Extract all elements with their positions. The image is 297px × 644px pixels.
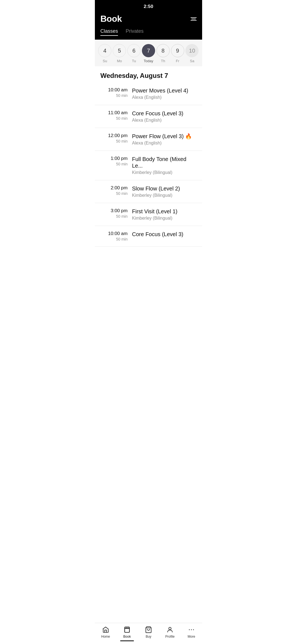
class-item-0[interactable]: 10:00 am 50 min Power Moves (Level 4) Al… bbox=[95, 82, 202, 105]
class-info-5: First Visit (Level 1) Kimberley (Bilingu… bbox=[132, 208, 197, 221]
day-number-7: 7 bbox=[142, 44, 155, 57]
duration-text-4: 50 min bbox=[116, 191, 128, 196]
duration-text-5: 50 min bbox=[116, 214, 128, 219]
duration-text-0: 50 min bbox=[116, 93, 128, 98]
class-info-6: Core Focus (Level 3) bbox=[132, 231, 197, 238]
day-friday[interactable]: 9 Fr bbox=[171, 44, 184, 63]
time-text-4: 2:00 pm bbox=[111, 185, 128, 191]
day-label-th: Th bbox=[161, 59, 165, 63]
day-thursday[interactable]: 8 Th bbox=[156, 44, 170, 63]
class-info-3: Full Body Tone (Mixed Le... Kimberley (B… bbox=[132, 156, 197, 175]
day-tuesday[interactable]: 6 Tu bbox=[127, 44, 141, 63]
status-time: 2:50 bbox=[144, 4, 153, 9]
class-instructor-3: Kimberley (Bilingual) bbox=[132, 170, 197, 175]
class-instructor-0: Alexa (English) bbox=[132, 95, 197, 100]
content-area: Wednesday, August 7 10:00 am 50 min Powe… bbox=[95, 66, 202, 269]
day-monday[interactable]: 5 Mo bbox=[113, 44, 126, 63]
class-time-1: 11:00 am 50 min bbox=[100, 110, 132, 121]
day-sunday[interactable]: 4 Su bbox=[98, 44, 111, 63]
class-item-6[interactable]: 10:00 am 50 min Core Focus (Level 3) bbox=[95, 226, 202, 247]
class-name-6: Core Focus (Level 3) bbox=[132, 231, 197, 238]
class-name-2: Power Flow (Level 3) 🔥 bbox=[132, 133, 197, 140]
filter-button[interactable] bbox=[191, 17, 197, 21]
day-number-6: 6 bbox=[127, 44, 141, 57]
day-label-fr: Fr bbox=[176, 59, 179, 63]
day-label-mo: Mo bbox=[117, 59, 122, 63]
time-text-6: 10:00 am bbox=[108, 231, 128, 236]
day-label-sa: Sa bbox=[190, 59, 194, 63]
header-title: Book bbox=[100, 14, 122, 24]
day-number-9: 9 bbox=[171, 44, 184, 57]
class-time-2: 12:00 pm 50 min bbox=[100, 133, 132, 143]
class-item-1[interactable]: 11:00 am 50 min Core Focus (Level 3) Ale… bbox=[95, 105, 202, 128]
duration-text-3: 50 min bbox=[116, 162, 128, 166]
day-number-5: 5 bbox=[113, 44, 126, 57]
class-time-5: 3:00 pm 50 min bbox=[100, 208, 132, 219]
class-list: 10:00 am 50 min Power Moves (Level 4) Al… bbox=[95, 82, 202, 247]
duration-text-1: 50 min bbox=[116, 116, 128, 121]
day-label-today: Today bbox=[144, 59, 153, 63]
class-time-0: 10:00 am 50 min bbox=[100, 87, 132, 98]
class-name-5: First Visit (Level 1) bbox=[132, 208, 197, 215]
class-instructor-4: Kimberley (Bilingual) bbox=[132, 193, 197, 198]
class-info-2: Power Flow (Level 3) 🔥 Alexa (English) bbox=[132, 133, 197, 146]
duration-text-6: 50 min bbox=[116, 237, 128, 241]
calendar-strip: 4 Su 5 Mo 6 Tu 7 Today 8 Th 9 Fr 10 bbox=[95, 40, 202, 66]
tab-privates[interactable]: Privates bbox=[126, 28, 144, 36]
class-info-4: Slow Flow (Level 2) Kimberley (Bilingual… bbox=[132, 185, 197, 198]
day-label-su: Su bbox=[103, 59, 107, 63]
class-time-4: 2:00 pm 50 min bbox=[100, 185, 132, 196]
class-instructor-2: Alexa (English) bbox=[132, 141, 197, 146]
class-instructor-5: Kimberley (Bilingual) bbox=[132, 216, 197, 221]
time-text-3: 1:00 pm bbox=[111, 156, 128, 161]
class-instructor-1: Alexa (English) bbox=[132, 118, 197, 123]
day-saturday[interactable]: 10 Sa bbox=[185, 44, 199, 63]
class-info-1: Core Focus (Level 3) Alexa (English) bbox=[132, 110, 197, 123]
date-heading: Wednesday, August 7 bbox=[95, 66, 202, 82]
class-name-1: Core Focus (Level 3) bbox=[132, 110, 197, 117]
tab-classes[interactable]: Classes bbox=[100, 28, 118, 36]
class-name-4: Slow Flow (Level 2) bbox=[132, 185, 197, 192]
day-number-10: 10 bbox=[185, 44, 199, 57]
class-info-0: Power Moves (Level 4) Alexa (English) bbox=[132, 87, 197, 100]
class-name-3: Full Body Tone (Mixed Le... bbox=[132, 156, 197, 169]
class-time-3: 1:00 pm 50 min bbox=[100, 156, 132, 166]
tabs-container: Classes Privates bbox=[95, 28, 202, 40]
class-time-6: 10:00 am 50 min bbox=[100, 231, 132, 241]
time-text-2: 12:00 pm bbox=[108, 133, 128, 138]
day-label-tu: Tu bbox=[132, 59, 136, 63]
duration-text-2: 50 min bbox=[116, 139, 128, 143]
time-text-0: 10:00 am bbox=[108, 87, 128, 93]
status-bar: 2:50 bbox=[95, 0, 202, 12]
class-name-0: Power Moves (Level 4) bbox=[132, 87, 197, 94]
day-today[interactable]: 7 Today bbox=[142, 44, 155, 63]
header: Book bbox=[95, 12, 202, 28]
time-text-1: 11:00 am bbox=[108, 110, 128, 116]
day-number-8: 8 bbox=[156, 44, 170, 57]
time-text-5: 3:00 pm bbox=[111, 208, 128, 214]
class-item-2[interactable]: 12:00 pm 50 min Power Flow (Level 3) 🔥 A… bbox=[95, 128, 202, 151]
class-item-5[interactable]: 3:00 pm 50 min First Visit (Level 1) Kim… bbox=[95, 203, 202, 226]
class-item-4[interactable]: 2:00 pm 50 min Slow Flow (Level 2) Kimbe… bbox=[95, 180, 202, 203]
class-item-3[interactable]: 1:00 pm 50 min Full Body Tone (Mixed Le.… bbox=[95, 151, 202, 180]
day-number-4: 4 bbox=[98, 44, 111, 57]
